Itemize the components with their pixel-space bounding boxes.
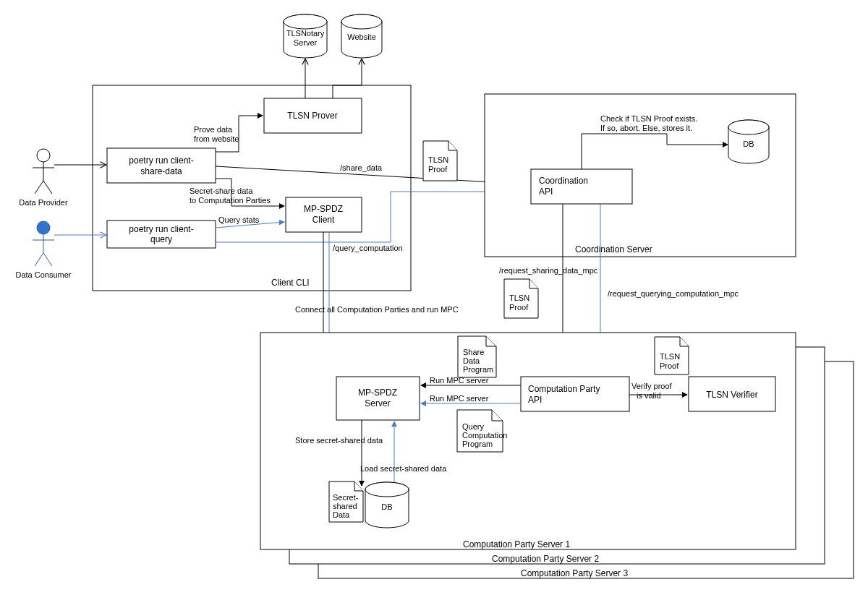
tlsnotary-label-1: TLSNotary <box>286 29 325 38</box>
svg-point-1 <box>284 14 327 29</box>
runmpc-b-label: Run MPC server <box>430 376 489 385</box>
share-cmd-box <box>107 148 216 183</box>
svg-text:TLSN: TLSN <box>428 155 448 164</box>
cps1-label: Computation Party Server 1 <box>463 539 570 549</box>
secret-l2: to Computation Parties <box>190 196 271 205</box>
secret-l1: Secret-share data <box>190 187 253 195</box>
runmpc-q-label: Run MPC server <box>430 394 489 403</box>
tlsn-proof-doc-2: TLSN Proof <box>504 279 538 318</box>
load-secret-label: Load secret-shared data <box>360 464 447 473</box>
coord-api-l2: API <box>539 187 553 197</box>
share-data-program-doc: Share Data Program <box>458 336 496 377</box>
req-share-label: /request_sharing_data_mpc <box>499 266 598 275</box>
verify-l2: is valid <box>637 391 661 400</box>
svg-text:Secret-: Secret- <box>333 493 359 502</box>
svg-line-8 <box>43 181 52 194</box>
share-data-ep: /share_data <box>340 163 383 172</box>
tlsn-proof-doc-1: TLSN Proof <box>423 141 457 181</box>
svg-text:Computation: Computation <box>462 431 507 440</box>
svg-point-4 <box>37 149 50 162</box>
cps3-label: Computation Party Server 3 <box>521 568 628 578</box>
tlsn-verifier-label: TLSN Verifier <box>706 390 757 400</box>
mpspdz-server-l2: Server <box>365 398 390 408</box>
query-comp-ep: /query_computation <box>333 244 403 252</box>
client-cli-label: Client CLI <box>271 278 310 288</box>
svg-text:Share: Share <box>463 348 484 356</box>
cps-api-l2: API <box>528 395 542 405</box>
share-cmd-l1: poetry run client- <box>129 155 193 166</box>
mpspdz-client-l1: MP-SPDZ <box>304 204 343 214</box>
prove-l2: from website <box>194 134 239 143</box>
provider-label: Data Provider <box>19 198 68 207</box>
data-provider-actor: Data Provider <box>19 149 68 207</box>
req-query-label: /request_querying_computation_mpc <box>608 289 739 298</box>
query-cmd-l1: poetry run client- <box>129 224 193 234</box>
svg-point-9 <box>37 221 50 234</box>
query-stats-label: Query stats <box>218 215 260 224</box>
coord-api-l1: Coordination <box>539 176 588 186</box>
coord-db: DB <box>728 120 769 163</box>
secret-shared-doc: Secret- shared Data <box>329 481 363 522</box>
cps-db-label: DB <box>381 502 392 511</box>
svg-line-13 <box>43 253 52 266</box>
data-consumer-actor: Data Consumer <box>15 221 71 279</box>
connect-label: Connect all Computation Parties and run … <box>295 305 459 314</box>
store-secret-label: Store secret-shared data <box>295 436 383 445</box>
verify-l1: Verify proof <box>631 382 673 390</box>
cps-db: DB <box>365 482 409 528</box>
svg-text:Query: Query <box>462 422 484 431</box>
tlsnotary-label-2: Server <box>294 38 318 47</box>
tlsnotary-server-db: TLSNotary Server <box>284 14 327 58</box>
svg-point-17 <box>728 120 769 134</box>
website-label: Website <box>347 33 376 41</box>
svg-point-3 <box>341 14 382 29</box>
check-l1: Check if TLSN Proof exists. <box>600 114 697 123</box>
svg-text:Data: Data <box>463 356 480 365</box>
tlsn-proof-doc-3: TLSN Proof <box>655 337 689 374</box>
cps2-label: Computation Party Server 2 <box>492 554 599 564</box>
mpspdz-server-l1: MP-SPDZ <box>358 388 397 398</box>
coord-db-label: DB <box>743 140 754 148</box>
svg-text:Program: Program <box>462 440 493 448</box>
svg-text:Proof: Proof <box>660 361 679 370</box>
tlsn-prover-label: TLSN Prover <box>287 111 337 121</box>
svg-text:Program: Program <box>463 365 493 374</box>
cps-api-box <box>521 377 629 411</box>
svg-line-12 <box>35 253 43 266</box>
coord-label: Coordination Server <box>575 244 652 254</box>
svg-text:Data: Data <box>333 510 350 519</box>
svg-text:TLSN: TLSN <box>509 294 529 302</box>
query-cmd-l2: query <box>150 234 172 244</box>
prove-l1: Prove data <box>194 125 233 134</box>
svg-point-29 <box>365 482 409 497</box>
mpspdz-client-l2: Client <box>312 215 335 225</box>
cps-api-l1: Computation Party <box>528 384 600 394</box>
svg-line-7 <box>35 181 43 194</box>
share-cmd-l2: share-data <box>140 166 182 176</box>
consumer-label: Data Consumer <box>15 270 71 279</box>
svg-text:TLSN: TLSN <box>660 352 680 361</box>
svg-text:shared: shared <box>333 502 357 510</box>
svg-text:Proof: Proof <box>509 303 529 312</box>
svg-text:Proof: Proof <box>428 165 448 174</box>
website-db: Website <box>341 14 382 58</box>
check-l2: If so, abort. Else, stores it. <box>600 124 692 132</box>
